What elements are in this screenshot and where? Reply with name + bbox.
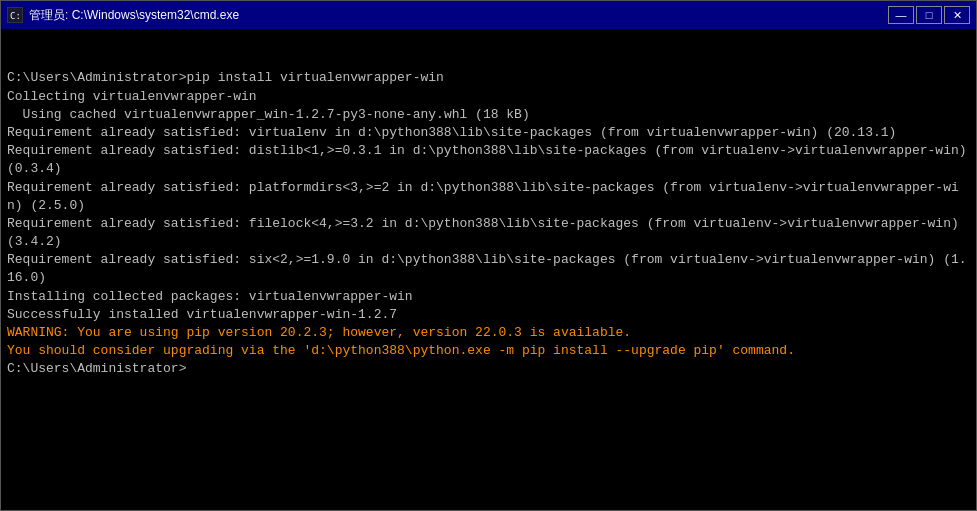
- window-title: 管理员: C:\Windows\system32\cmd.exe: [29, 7, 239, 24]
- terminal-line: Requirement already satisfied: filelock<…: [7, 215, 970, 251]
- terminal-line: Using cached virtualenvwrapper_win-1.2.7…: [7, 106, 970, 124]
- cmd-icon: C:: [7, 7, 23, 23]
- title-bar-left: C: 管理员: C:\Windows\system32\cmd.exe: [7, 7, 239, 24]
- terminal-line: Collecting virtualenvwrapper-win: [7, 88, 970, 106]
- window-controls: — □ ✕: [888, 6, 970, 24]
- terminal-line: You should consider upgrading via the 'd…: [7, 342, 970, 360]
- minimize-button[interactable]: —: [888, 6, 914, 24]
- terminal-line: Requirement already satisfied: virtualen…: [7, 124, 970, 142]
- close-button[interactable]: ✕: [944, 6, 970, 24]
- terminal-line: C:\Users\Administrator>: [7, 360, 970, 378]
- title-bar: C: 管理员: C:\Windows\system32\cmd.exe — □ …: [1, 1, 976, 29]
- svg-text:C:: C:: [10, 11, 21, 21]
- terminal-line: Installing collected packages: virtualen…: [7, 288, 970, 306]
- terminal-line: C:\Users\Administrator>pip install virtu…: [7, 69, 970, 87]
- terminal-line: Successfully installed virtualenvwrapper…: [7, 306, 970, 324]
- terminal-output[interactable]: C:\Users\Administrator>pip install virtu…: [1, 29, 976, 510]
- terminal-line: Requirement already satisfied: platformd…: [7, 179, 970, 215]
- terminal-line: Requirement already satisfied: six<2,>=1…: [7, 251, 970, 287]
- terminal-line: WARNING: You are using pip version 20.2.…: [7, 324, 970, 342]
- maximize-button[interactable]: □: [916, 6, 942, 24]
- cmd-window: C: 管理员: C:\Windows\system32\cmd.exe — □ …: [0, 0, 977, 511]
- terminal-line: Requirement already satisfied: distlib<1…: [7, 142, 970, 178]
